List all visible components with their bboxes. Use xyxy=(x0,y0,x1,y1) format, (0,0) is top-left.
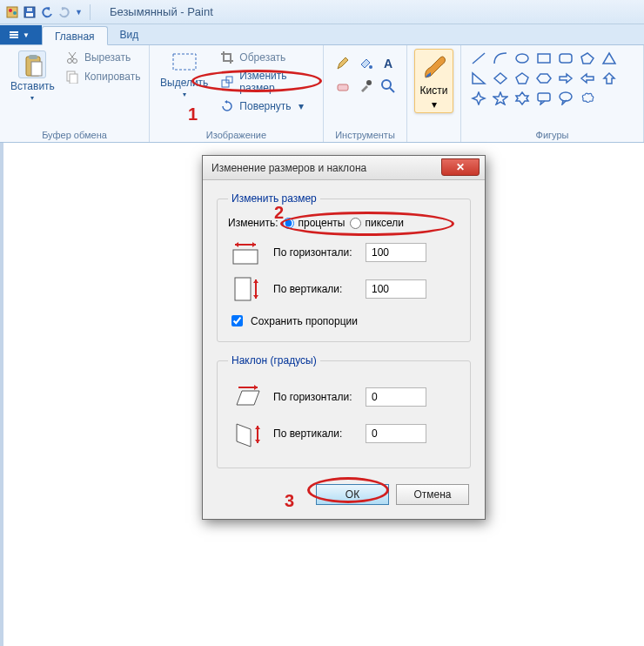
qat-dropdown-icon[interactable]: ▼ xyxy=(75,8,83,17)
svg-rect-7 xyxy=(10,34,18,36)
svg-marker-37 xyxy=(473,92,485,104)
svg-point-13 xyxy=(72,59,77,64)
close-button[interactable]: ✕ xyxy=(441,158,480,176)
shape-curve[interactable] xyxy=(492,50,509,66)
ok-button[interactable]: ОК xyxy=(316,484,389,505)
svg-point-2 xyxy=(13,11,17,15)
paste-label: Вставить xyxy=(10,80,55,92)
vert-input[interactable] xyxy=(366,279,426,299)
radio-percent-input[interactable] xyxy=(283,218,294,229)
fill-tool[interactable] xyxy=(356,54,375,73)
pencil-tool[interactable] xyxy=(333,54,352,73)
skew-horiz-label: По горизонтали: xyxy=(273,391,357,403)
shape-callout-cloud[interactable] xyxy=(579,91,596,106)
svg-rect-10 xyxy=(29,55,37,59)
shapes-gallery[interactable] xyxy=(468,49,636,110)
group-image-label: Изображение xyxy=(157,128,316,140)
shape-triangle[interactable] xyxy=(600,50,618,66)
svg-rect-18 xyxy=(173,54,196,70)
skew-vert-input[interactable] xyxy=(366,424,426,443)
shape-pentagon[interactable] xyxy=(513,71,531,86)
cut-button[interactable]: Вырезать xyxy=(62,49,144,66)
copy-label: Копировать xyxy=(84,71,141,83)
svg-marker-36 xyxy=(537,74,551,83)
horiz-input[interactable] xyxy=(366,243,426,262)
keep-aspect-checkbox[interactable] xyxy=(231,315,243,326)
rotate-button[interactable]: Повернуть ▾ xyxy=(217,98,316,115)
shape-polygon[interactable] xyxy=(579,50,596,66)
zoom-tool[interactable] xyxy=(379,77,398,96)
cancel-button[interactable]: Отмена xyxy=(396,484,469,505)
group-tools-label: Инструменты xyxy=(331,128,399,140)
brushes-button[interactable]: Кисти ▾ xyxy=(414,49,453,113)
radio-pixels-input[interactable] xyxy=(350,218,361,229)
shape-right-triangle[interactable] xyxy=(470,71,487,86)
svg-line-26 xyxy=(390,88,394,92)
group-tools: A Инструменты xyxy=(324,45,407,142)
svg-point-21 xyxy=(369,65,372,69)
shape-star5[interactable] xyxy=(492,91,509,106)
cancel-label: Отмена xyxy=(413,488,451,501)
shape-oval[interactable] xyxy=(513,50,531,66)
svg-marker-46 xyxy=(237,391,259,405)
select-label: Выделить xyxy=(160,77,208,89)
skew-vert-icon xyxy=(228,419,265,448)
vert-label: По вертикали: xyxy=(273,283,357,295)
radio-percent[interactable]: проценты xyxy=(283,217,345,229)
resize-button[interactable]: Изменить размер xyxy=(217,68,316,96)
tab-home[interactable]: Главная xyxy=(42,26,108,45)
horiz-resize-icon xyxy=(228,238,265,267)
tab-view[interactable]: Вид xyxy=(108,25,151,44)
rotate-icon xyxy=(220,99,234,113)
svg-rect-17 xyxy=(70,74,77,84)
window-title: Безымянный - Paint xyxy=(110,5,213,18)
undo-icon[interactable] xyxy=(40,5,54,19)
shape-arrow-left[interactable] xyxy=(579,71,596,86)
quick-access-toolbar: ▼ xyxy=(5,5,83,19)
save-icon[interactable] xyxy=(23,5,37,19)
shape-hexagon[interactable] xyxy=(535,71,553,86)
shape-star6[interactable] xyxy=(513,91,531,106)
svg-rect-19 xyxy=(222,80,229,87)
dialog-titlebar[interactable]: Изменение размеров и наклона ✕ xyxy=(203,156,485,180)
shape-arrow-up[interactable] xyxy=(600,71,618,86)
ok-label: ОК xyxy=(345,488,359,501)
radio-percent-label: проценты xyxy=(298,217,345,229)
radio-pixels-label: пиксели xyxy=(365,217,404,229)
shape-roundrect[interactable] xyxy=(557,50,574,66)
svg-text:A: A xyxy=(384,57,392,71)
picker-tool[interactable] xyxy=(356,77,375,96)
svg-marker-33 xyxy=(473,73,485,84)
skew-legend: Наклон (градусы) xyxy=(228,354,320,367)
resize-icon xyxy=(220,75,234,89)
svg-marker-39 xyxy=(516,92,528,104)
cut-label: Вырезать xyxy=(84,51,131,64)
file-tab[interactable]: ▼ xyxy=(0,25,42,44)
text-tool[interactable]: A xyxy=(379,54,398,73)
eraser-tool[interactable] xyxy=(333,77,352,96)
redo-icon[interactable] xyxy=(57,5,71,19)
skew-horiz-input[interactable] xyxy=(366,387,426,407)
crop-icon xyxy=(220,50,234,64)
crop-button[interactable]: Обрезать xyxy=(217,49,316,66)
group-shapes: Фигуры xyxy=(461,45,644,142)
shape-arrow-right[interactable] xyxy=(557,71,574,86)
shape-callout-oval[interactable] xyxy=(557,91,574,106)
shape-rect[interactable] xyxy=(535,50,553,66)
radio-pixels[interactable]: пиксели xyxy=(350,217,404,229)
brushes-label: Кисти xyxy=(420,84,448,97)
shape-diamond[interactable] xyxy=(492,71,509,86)
svg-marker-31 xyxy=(581,53,594,64)
svg-marker-38 xyxy=(493,92,507,104)
shape-star4[interactable] xyxy=(470,91,487,106)
select-icon xyxy=(170,50,199,75)
scissors-icon xyxy=(65,50,79,64)
shape-line[interactable] xyxy=(470,50,487,66)
paste-button[interactable]: Вставить ▾ xyxy=(7,49,58,104)
resize-legend: Изменить размер xyxy=(228,192,320,205)
select-button[interactable]: Выделить ▾ xyxy=(157,49,211,100)
svg-point-41 xyxy=(560,92,572,101)
shape-callout-rect[interactable] xyxy=(535,91,553,106)
copy-button[interactable]: Копировать xyxy=(62,68,144,85)
ribbon: Вставить ▾ Вырезать Копировать Буфер xyxy=(0,45,644,143)
